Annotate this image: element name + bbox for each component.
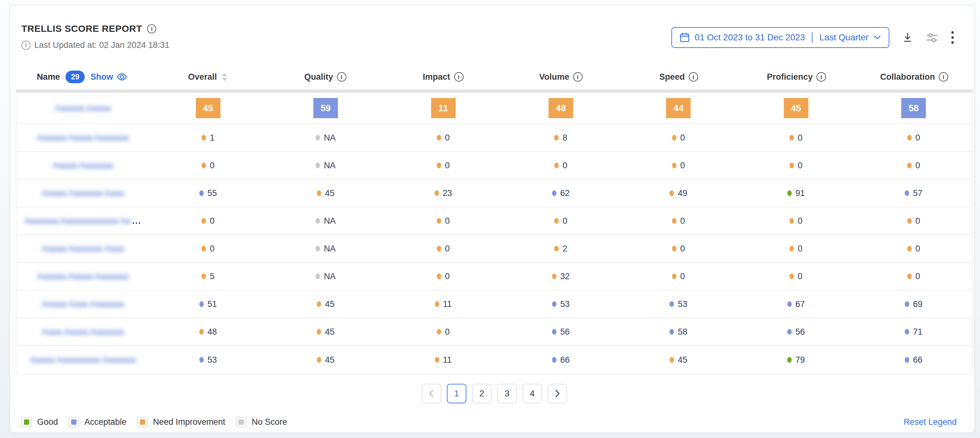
score-cell: 0 [437,216,450,226]
widget-header: TRELLIS SCORE REPORT i i Last Updated at… [10,5,974,64]
score-badge: 48 [549,98,573,118]
member-name-link[interactable]: Aaaaa Aaaaaaa [52,161,113,170]
score-cell: 48 [199,327,217,337]
table-row: Aaaaa Aaaa Aaaaaaa51451153536769 [16,290,972,318]
column-header-quality: Qualityi [304,72,347,82]
member-name-link[interactable]: Aaaaaa Aaaaa Aaaaaaa [37,133,129,143]
score-value: 0 [798,216,802,226]
legend-item-acceptable[interactable]: Acceptable [68,417,127,427]
score-dot [672,246,676,252]
legend-swatch [140,419,145,425]
table-body: Aaaaaa Aaaaa45591148444558Aaaaaa Aaaaa A… [16,92,973,374]
legend-item-no-score[interactable]: No Score [236,417,287,427]
legend-checkbox[interactable] [68,417,79,427]
divider [812,32,813,43]
score-cell: 53 [670,299,687,309]
score-value: 48 [207,327,217,337]
score-dot [315,135,320,140]
score-value: 0 [680,216,685,226]
pagination-next-button[interactable] [547,384,567,403]
member-name-cell: Aaaaa Aaaa Aaaaaaa [41,299,124,309]
sliders-icon [926,32,939,43]
member-name-link[interactable]: Aaaaa Aaaaaaaaa Aaaaaaa [30,355,136,365]
score-cell: 45 [196,98,220,118]
column-header-label: Impact [423,72,450,82]
legend-checkbox[interactable] [21,417,32,427]
member-name-link[interactable]: Aaaaaa Aaaaa Aaaaaaa [37,272,129,281]
member-name-link[interactable]: Aaaaa Aaaa Aaaaaaa [41,299,124,309]
legend-checkbox[interactable] [236,417,246,427]
column-info-icon[interactable]: i [454,72,463,81]
score-value: 0 [680,133,685,143]
column-info-icon[interactable]: i [689,72,698,81]
pagination-page-3[interactable]: 3 [497,384,517,403]
member-name-link[interactable]: Aaaa Aaaaa Aaaaaaa [41,327,124,337]
score-cell: 45 [670,355,687,365]
member-name-cell: Aaaaaaa Aaaaaaaaaaaa Aa... [25,216,142,226]
score-dot [552,329,557,334]
score-cell: 0 [202,216,215,226]
sort-icon[interactable] [222,73,227,81]
score-dot [670,357,674,363]
score-value: 57 [913,188,923,198]
member-name-link[interactable]: Aaaaa Aaaaaaa Aaaa [41,244,124,254]
score-dot [202,218,206,224]
member-name-link[interactable]: Aaaaaa Aaaaa [55,104,111,113]
column-info-icon[interactable]: i [337,72,347,81]
score-value: 69 [913,299,923,309]
more-options-button[interactable] [951,31,954,44]
eye-icon [116,73,127,81]
score-dot [435,301,439,307]
column-info-icon[interactable]: i [939,72,948,81]
score-value: NA [324,133,336,143]
score-cell: NA [315,272,336,281]
score-value: 51 [207,299,217,309]
score-badge: 58 [901,98,926,118]
legend-items: GoodAcceptableNeed ImprovementNo Score [21,417,287,427]
last-updated-info-icon[interactable]: i [21,41,30,50]
download-button[interactable] [902,32,913,43]
score-value: 1 [210,133,215,143]
column-info-icon[interactable]: i [816,72,826,81]
score-dot [554,162,558,168]
legend-item-need-improvement[interactable]: Need Improvement [137,417,226,427]
title-info-icon[interactable]: i [147,24,156,33]
score-value: 0 [210,244,215,254]
page-title: TRELLIS SCORE REPORT [21,23,142,34]
table-row: Aaaaa Aaaaaaaaa Aaaaaaa53451166457966 [16,346,972,374]
score-value: 45 [325,299,334,309]
score-cell: NA [315,216,336,226]
score-value: 0 [915,272,920,281]
score-dot [907,135,912,140]
score-dot [670,329,674,334]
legend-item-good[interactable]: Good [21,417,58,427]
score-cell: 11 [435,355,452,365]
score-dot [437,162,441,168]
show-names-button[interactable]: Show [91,72,127,82]
column-header-label: Overall [188,72,217,82]
score-cell: 51 [199,299,217,309]
score-dot [907,274,912,279]
reset-legend-button[interactable]: Reset Legend [904,417,957,427]
score-value: 49 [678,188,687,198]
pagination-page-2[interactable]: 2 [472,384,492,403]
score-cell: 79 [787,355,805,365]
legend-checkbox[interactable] [137,417,148,427]
member-name-link[interactable]: Aaaaa Aaaaaaa Aaaa [41,188,124,198]
score-value: 0 [562,161,567,170]
score-value: 0 [445,216,450,226]
score-table: Name 29 Show OverallQualityiImpactiVolum… [16,64,973,403]
column-header-overall[interactable]: Overall [188,72,227,82]
column-info-icon[interactable]: i [573,72,582,81]
pagination-page-1[interactable]: 1 [447,384,466,403]
member-name-link[interactable]: Aaaaaaa Aaaaaaaaaaaa Aa [25,216,130,226]
score-value: 0 [680,244,685,254]
pagination-prev-button[interactable] [422,384,441,403]
score-dot [437,218,441,224]
widget-settings-button[interactable] [926,32,939,43]
pagination-page-4[interactable]: 4 [522,384,542,403]
date-range-picker[interactable]: 01 Oct 2023 to 31 Dec 2023 Last Quarter [671,27,889,48]
score-dot [907,218,912,224]
score-cell: 0 [437,327,450,337]
score-cell: 11 [431,98,456,118]
